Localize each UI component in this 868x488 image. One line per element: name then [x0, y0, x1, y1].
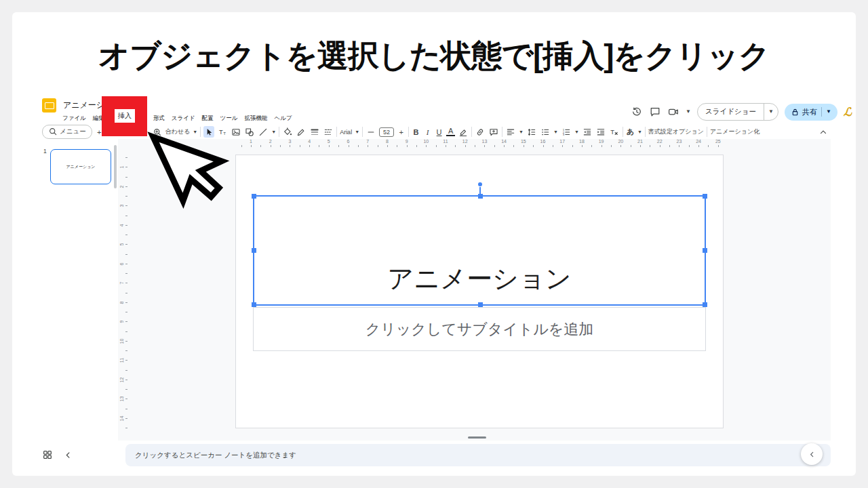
dropdown-caret-icon[interactable]: ▼: [637, 129, 642, 134]
ruler-number: 16: [538, 139, 548, 144]
menu-item[interactable]: 形式: [150, 115, 168, 123]
toolbar-divider: [502, 127, 502, 137]
ruler-number: 6: [119, 260, 124, 267]
insert-menu-item[interactable]: 挿入: [115, 109, 135, 123]
menu-item[interactable]: 拡張機能: [241, 115, 271, 123]
ruler-tick: [553, 145, 553, 147]
toolbar-glyph-button[interactable]: B: [412, 128, 420, 136]
ruler-tick: [125, 293, 127, 293]
toolbar-glyph-button[interactable]: あ: [626, 127, 635, 137]
resize-handle-ne[interactable]: [703, 194, 707, 199]
menu-item[interactable]: ファイル: [59, 115, 90, 123]
header-controls: ▼ スライドショー ▼ 共有 ▼ ℒ: [631, 103, 852, 121]
subtitle-placeholder-box[interactable]: クリックしてサブタイトルを追加: [253, 307, 706, 351]
dropdown-caret-icon[interactable]: ▼: [355, 129, 359, 134]
ruler-tick: [387, 145, 388, 147]
dropdown-caret-icon[interactable]: ▼: [574, 129, 579, 134]
rotation-handle[interactable]: [478, 182, 482, 186]
border-color-icon[interactable]: [296, 126, 307, 138]
highlighter-icon[interactable]: [458, 126, 469, 138]
border-dash-icon[interactable]: [323, 126, 334, 138]
slide-thumbnail[interactable]: アニメーション: [50, 149, 111, 184]
toolbar-label[interactable]: アニメーション化: [710, 127, 760, 136]
toolbar-glyph-button[interactable]: I: [423, 128, 432, 136]
line-icon[interactable]: [258, 126, 269, 138]
menu-bar: ファイル編集 形式スライド配置ツール拡張機能ヘルプ: [59, 113, 296, 123]
resize-handle-w[interactable]: [252, 248, 256, 253]
ruler-tick: [475, 145, 475, 147]
notes-resize-handle[interactable]: [468, 436, 486, 439]
slide-canvas[interactable]: アニメーション クリックしてサブタイトルを追加: [235, 155, 724, 428]
slide-title-text[interactable]: アニメーション: [387, 262, 571, 296]
chevron-left-icon[interactable]: [64, 450, 73, 462]
resize-handle-s[interactable]: [478, 302, 483, 307]
numbered-list-icon[interactable]: 123: [561, 126, 572, 138]
camera-caret-icon[interactable]: ▼: [686, 109, 691, 115]
cursor-arrow-annotation: [133, 130, 248, 239]
toolbar-divider: [336, 127, 337, 137]
ruler-tick: [591, 145, 592, 147]
share-label[interactable]: 共有: [802, 107, 817, 117]
filmstrip-scrollbar[interactable]: [114, 145, 117, 188]
ruler-tick: [484, 145, 485, 147]
line-spacing-icon[interactable]: [526, 126, 537, 138]
ruler-number: 5: [324, 139, 334, 144]
comment-icon[interactable]: [649, 106, 661, 118]
toolbar-divider: [623, 127, 623, 137]
resize-handle-se[interactable]: [703, 302, 707, 307]
resize-handle-n[interactable]: [478, 194, 483, 199]
dropdown-caret-icon[interactable]: ▼: [271, 129, 276, 134]
ruler-tick: [125, 418, 127, 419]
font-size-box[interactable]: 52: [379, 127, 394, 137]
ruler-number: 24: [694, 139, 703, 144]
ruler-tick: [679, 145, 679, 147]
chevron-up-icon[interactable]: [818, 126, 829, 138]
ruler-number: 4: [119, 222, 124, 228]
speaker-notes-bar[interactable]: クリックするとスピーカー ノートを追加できます: [125, 444, 831, 466]
menu-item[interactable]: ツール: [217, 115, 241, 123]
indent-icon[interactable]: [595, 126, 606, 138]
menu-search-pill[interactable]: メニュー: [42, 125, 92, 139]
resize-handle-e[interactable]: [703, 248, 707, 253]
ruler-number: 13: [479, 139, 489, 144]
ruler-number: 20: [616, 139, 625, 144]
resize-handle-nw[interactable]: [252, 194, 256, 199]
ruler-number: 7: [363, 139, 372, 144]
dropdown-caret-icon[interactable]: ▼: [519, 129, 524, 134]
expand-panel-button[interactable]: [801, 443, 823, 465]
share-button[interactable]: 共有 ▼: [785, 104, 837, 121]
menu-item[interactable]: ヘルプ: [271, 115, 296, 123]
vertical-ruler: 1234567891011121314: [118, 149, 129, 436]
outdent-icon[interactable]: [582, 126, 593, 138]
title-text-box-selected[interactable]: アニメーション: [253, 195, 706, 306]
slideshow-label[interactable]: スライドショー: [698, 107, 764, 117]
menu-item[interactable]: 配置: [199, 115, 217, 123]
toolbar-label[interactable]: 書式設定オプション: [648, 127, 704, 136]
fill-color-icon[interactable]: [282, 126, 293, 138]
toolbar-glyph-button[interactable]: +: [397, 128, 406, 136]
ruler-tick: [416, 145, 417, 147]
add-comment-icon[interactable]: [488, 126, 499, 138]
ruler-tick: [125, 167, 127, 167]
share-dropdown-caret-icon[interactable]: ▼: [826, 109, 831, 115]
toolbar-glyph-button[interactable]: A: [446, 127, 455, 137]
bullet-list-icon[interactable]: [540, 126, 551, 138]
user-avatar[interactable]: ℒ: [844, 105, 852, 119]
minus-icon[interactable]: [366, 126, 376, 138]
slideshow-dropdown[interactable]: ▼: [764, 104, 778, 120]
resize-handle-sw[interactable]: [252, 302, 256, 307]
camera-icon[interactable]: [667, 106, 679, 118]
clear-format-icon[interactable]: T: [609, 126, 620, 138]
toolbar-label[interactable]: Arial: [340, 129, 352, 136]
link-icon[interactable]: [475, 126, 486, 138]
ruler-tick: [319, 145, 319, 147]
grid-view-icon[interactable]: [42, 449, 53, 463]
ruler-tick: [125, 370, 127, 371]
slideshow-button[interactable]: スライドショー ▼: [697, 103, 778, 121]
toolbar-glyph-button[interactable]: U: [435, 128, 443, 136]
align-icon[interactable]: [505, 126, 516, 138]
border-weight-icon[interactable]: [309, 126, 320, 138]
dropdown-caret-icon[interactable]: ▼: [553, 129, 558, 134]
version-history-icon[interactable]: [631, 106, 643, 118]
menu-item[interactable]: スライド: [168, 115, 199, 123]
